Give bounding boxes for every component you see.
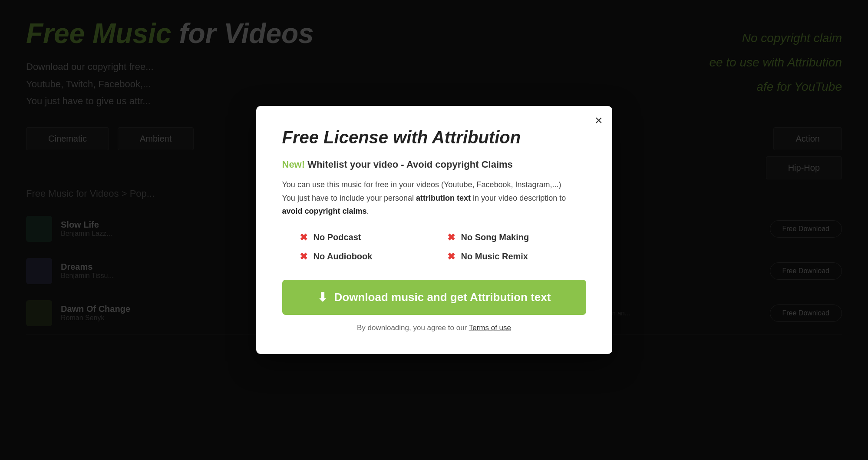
restriction-no-podcast: ✖ No Podcast — [300, 232, 421, 243]
restriction-no-song-making-label: No Song Making — [461, 232, 529, 242]
restriction-no-music-remix-label: No Music Remix — [461, 252, 528, 261]
download-button-label: Download music and get Attribution text — [334, 291, 551, 304]
restriction-no-song-making: ✖ No Song Making — [447, 232, 569, 243]
restriction-no-music-remix: ✖ No Music Remix — [447, 251, 569, 262]
license-modal: × Free License with Attribution New! Whi… — [256, 106, 612, 354]
x-icon-no-podcast: ✖ — [300, 232, 307, 243]
terms-of-use-link[interactable]: Terms of use — [469, 324, 511, 332]
x-icon-no-song-making: ✖ — [447, 232, 455, 243]
modal-subtitle-rest: Whitelist your video - Avoid copyright C… — [305, 159, 513, 170]
x-icon-no-audiobook: ✖ — [300, 251, 307, 262]
new-label: New! — [282, 159, 305, 170]
x-icon-no-music-remix: ✖ — [447, 251, 455, 262]
modal-title: Free License with Attribution — [282, 128, 586, 147]
restriction-no-audiobook-label: No Audiobook — [314, 252, 373, 261]
modal-close-button[interactable]: × — [595, 114, 603, 127]
modal-description: You can use this music for free in your … — [282, 178, 586, 218]
restriction-no-audiobook: ✖ No Audiobook — [300, 251, 421, 262]
modal-overlay: × Free License with Attribution New! Whi… — [0, 0, 868, 460]
modal-whitelist-subtitle: New! Whitelist your video - Avoid copyri… — [282, 159, 586, 170]
restrictions-grid: ✖ No Podcast ✖ No Song Making ✖ No Audio… — [282, 232, 586, 262]
restriction-no-podcast-label: No Podcast — [314, 232, 361, 242]
download-attribution-button[interactable]: ⬇ Download music and get Attribution tex… — [282, 280, 586, 315]
terms-text: By downloading, you agree to our Terms o… — [282, 324, 586, 332]
download-icon: ⬇ — [317, 290, 327, 304]
